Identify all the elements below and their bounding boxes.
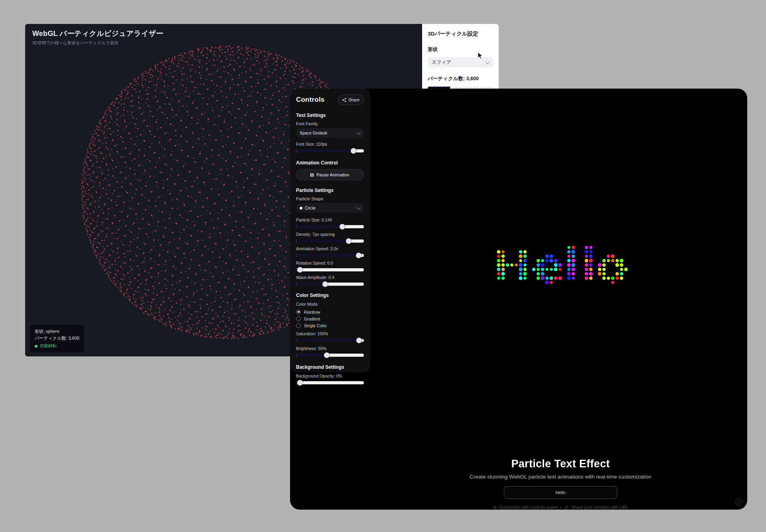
saturation-slider[interactable] [296,338,364,343]
footer-separator: • [560,505,562,510]
color-mode-label: Color Mode [296,302,364,307]
visualizer-header: WebGL パーティクルビジュアライザー 3D空間での様々な形状をパーティクルで… [32,29,163,46]
settings-title: 3Dパーティクル設定 [428,30,493,38]
animation-speed-slider[interactable] [296,253,364,258]
pause-label: Pause Animation [316,172,349,177]
particle-shape-label: Particle Shape [296,196,364,202]
circle-shape-icon [300,207,302,210]
font-family-select[interactable]: Space Grotesk [296,128,364,138]
section-color-settings: Color Settings [296,293,364,299]
corner-hint [734,498,743,506]
share-icon [342,98,346,102]
density-slider[interactable] [296,238,364,244]
radio-single-color-label: Single Color [304,323,327,328]
wave-amplitude-label: Wave Amplitude: 0.4 [296,275,364,280]
hero-title: Particle Text Effect [511,458,610,470]
chevron-down-icon [356,205,361,210]
share-button[interactable]: Share [338,95,364,105]
particle-shape-value: Circle [305,206,316,210]
share-label: Share [348,97,359,102]
font-size-slider[interactable] [296,148,364,154]
visualizer-title: WebGL パーティクルビジュアライザー [32,29,163,38]
chevron-down-icon [356,130,361,134]
hero-section: Particle Text Effect Create stunning Web… [397,458,724,510]
wave-amplitude-slider[interactable] [296,281,364,287]
particle-shape-select[interactable]: Circle [296,203,364,213]
auto-rotate-dot-icon [35,345,38,348]
shape-select-value: スフィア [432,59,451,66]
pause-animation-button[interactable]: Pause Animation [296,169,364,180]
particle-count-label: パーティクル数: 3,600 [428,75,493,82]
brightness-slider[interactable] [296,352,364,358]
visualizer-subtitle: 3D空間での様々な形状をパーティクルで表現 [32,40,163,46]
section-background-settings: Background Settings [296,364,364,370]
rotation-speed-slider[interactable] [296,267,364,273]
desktop: { "visualizer_window": { "title": "WebGL… [0,0,766,532]
hero-footer: Customize with controls panel • Share yo… [493,505,629,510]
background-opacity-slider[interactable] [296,380,364,386]
chevron-down-icon [485,59,490,64]
radio-gradient-label: Gradient [304,316,320,321]
link-icon [564,505,569,510]
font-family-value: Space Grotesk [300,131,327,135]
background-opacity-label: Background Opacity: 0% [296,374,364,379]
animation-speed-label: Animation Speed: 3.0x [296,246,364,251]
brightness-label: Brightness: 55% [296,346,364,351]
text-input[interactable] [504,486,617,499]
section-particle-settings: Particle Settings [296,188,364,194]
radio-icon [296,316,301,321]
radio-gradient[interactable]: Gradient [296,315,364,322]
controls-title: Controls [296,96,324,104]
radio-rainbow-label: Rainbow [304,310,320,314]
footer-text-left: Customize with controls panel [499,505,558,510]
font-size-label: Font Size: 110px [296,142,364,147]
particle-text-canvas [409,215,712,318]
pause-icon [310,173,314,177]
particle-size-slider[interactable] [296,224,364,229]
status-count: パーティクル数: 3,600 [35,335,79,342]
saturation-label: Saturation: 100% [296,331,364,336]
footer-text-right: Share your creation with URL [571,505,629,510]
status-badge: 形状: sphere パーティクル数: 3,600 自動回転 [30,325,84,352]
mouse-cursor-icon [478,52,484,60]
section-text-settings: Text Settings [296,113,364,119]
radio-single-color[interactable]: Single Color [296,322,364,329]
section-animation-control: Animation Control [296,160,364,166]
status-shape: 形状: sphere [35,328,79,335]
radio-icon [296,310,301,314]
font-family-label: Font Family [296,121,364,127]
sliders-icon [493,505,497,510]
density-label: Density: 7px spacing [296,232,364,237]
rotation-speed-label: Rotation Speed: 0.0 [296,261,364,266]
particle-text-window: Controls Share Text Settings Font Family… [290,89,747,510]
hero-subtitle: Create stunning WebGL particle text anim… [470,474,651,480]
auto-rotate-label: 自動回転 [40,343,57,349]
radio-icon [296,323,301,328]
controls-panel: Controls Share Text Settings Font Family… [290,89,370,372]
radio-rainbow[interactable]: Rainbow [296,309,364,315]
particle-size-label: Particle Size: 0.145 [296,218,364,223]
